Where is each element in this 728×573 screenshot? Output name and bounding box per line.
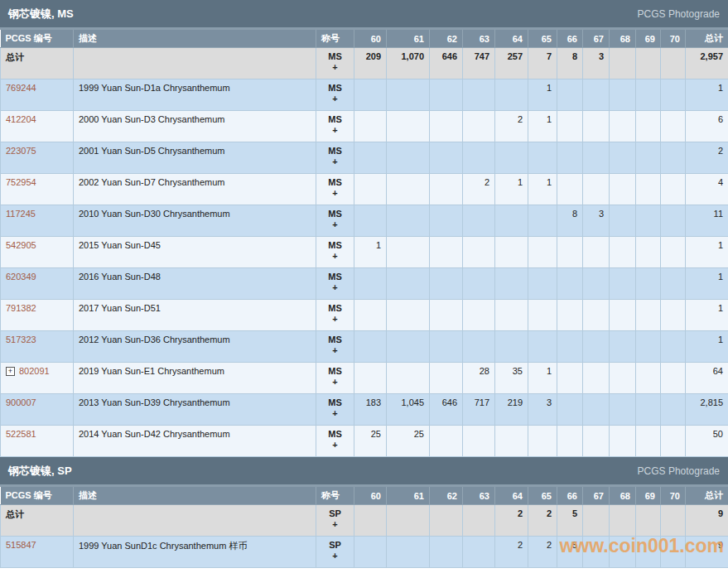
col-header-67: 67	[583, 487, 610, 505]
grade-cell-65: 2	[528, 537, 557, 568]
pcgs-number-link[interactable]: 412204	[6, 114, 36, 124]
pcgs-number-cell: 117245	[1, 205, 74, 237]
grade-cell-70	[661, 111, 686, 142]
coin-description: 2015 Yuan Sun-D45	[74, 237, 316, 268]
grade-cell-60: 183	[354, 394, 387, 426]
col-header-68: 68	[610, 487, 636, 505]
grade-cell-64	[495, 331, 528, 363]
pcgs-number-link[interactable]: 900007	[6, 397, 36, 407]
totals-grade-60: 209	[354, 48, 387, 79]
section-title: 钢芯镀镍, MS	[8, 7, 74, 22]
photograde-link[interactable]: PCGS Photograde	[638, 8, 720, 20]
totals-grade-68	[610, 48, 636, 79]
designation-cell: MS+	[316, 237, 354, 268]
pcgs-number-link[interactable]: 620349	[6, 272, 36, 282]
grade-cell-63	[463, 268, 495, 300]
grade-cell-61	[387, 142, 430, 174]
pcgs-number-link[interactable]: 223075	[6, 146, 36, 156]
totals-total: 9	[686, 505, 728, 537]
pcgs-number-link[interactable]: 522581	[6, 429, 36, 439]
grade-cell-67	[583, 142, 610, 174]
grade-cell-63	[463, 426, 495, 457]
table-row: 9000072013 Yuan Sun-D39 ChrysanthemumMS+…	[1, 394, 728, 426]
designation-text: MS	[321, 240, 349, 251]
grade-cell-62	[430, 426, 463, 457]
expand-icon[interactable]: +	[6, 367, 15, 376]
grade-cell-60	[354, 111, 387, 142]
pcgs-number-link[interactable]: 542905	[6, 240, 36, 250]
row-total: 2,815	[686, 394, 728, 426]
col-header-pcgs-no: PCGS 编号	[1, 487, 74, 505]
pcgs-number-link[interactable]: 769244	[6, 83, 36, 93]
pcgs-number-cell: 223075	[1, 142, 74, 174]
photograde-link[interactable]: PCGS Photograde	[638, 465, 720, 477]
grade-cell-68	[610, 268, 636, 300]
totals-description-cell	[74, 505, 316, 537]
totals-grade-66: 8	[557, 48, 583, 79]
designation-cell: MS+	[316, 142, 354, 174]
grade-cell-67	[583, 237, 610, 268]
grade-cell-60: 25	[354, 426, 387, 457]
totals-row: 总计SP+2259	[1, 505, 728, 537]
totals-grade-63: 747	[463, 48, 495, 79]
table-row: 1172452010 Yuan Sun-D30 ChrysanthemumMS+…	[1, 205, 728, 237]
grade-cell-70	[661, 205, 686, 237]
pcgs-number-link[interactable]: 752954	[6, 177, 36, 187]
designation-text: MS	[321, 272, 349, 282]
totals-grade-68	[610, 505, 636, 537]
pcgs-number-link[interactable]: 802091	[19, 366, 50, 376]
grade-cell-61	[387, 111, 430, 142]
col-header-designation: 称号	[316, 487, 354, 505]
grade-cell-66	[557, 237, 583, 268]
grade-cell-64	[495, 205, 528, 237]
totals-grade-65: 2	[528, 505, 557, 537]
grade-cell-68	[610, 394, 636, 426]
grade-cell-69	[636, 268, 661, 300]
grade-cell-60	[354, 331, 387, 363]
grade-cell-64	[495, 268, 528, 300]
grade-cell-60	[354, 174, 387, 205]
grade-cell-66	[557, 268, 583, 300]
grade-cell-66	[557, 174, 583, 205]
col-header-60: 60	[354, 487, 387, 505]
pcgs-number-link[interactable]: 517323	[6, 335, 36, 344]
coin-description: 1999 Yuan SunD1c Chrysanthemum 样币	[74, 537, 316, 568]
grade-cell-64: 2	[495, 111, 528, 142]
grade-cell-60: 1	[354, 237, 387, 268]
designation-cell: MS+	[316, 426, 354, 457]
table-row: 7692441999 Yuan Sun-D1a ChrysanthemumMS+…	[1, 79, 728, 111]
grade-cell-69	[636, 237, 661, 268]
grade-cell-63: 717	[463, 394, 495, 426]
pcgs-number-cell: 791382	[1, 300, 74, 331]
totals-total: 2,957	[686, 48, 728, 79]
grade-cell-67	[583, 79, 610, 111]
population-table-sp: PCGS 编号描述称号6061626364656667686970总计总计SP+…	[0, 487, 728, 568]
table-row: +8020912019 Yuan Sun-E1 ChrysanthemumMS+…	[1, 363, 728, 394]
grade-cell-70	[661, 426, 686, 457]
totals-grade-64: 257	[495, 48, 528, 79]
col-header-67: 67	[583, 30, 610, 48]
grade-cell-61	[387, 537, 430, 568]
designation-plus: +	[321, 94, 349, 104]
grade-cell-66	[557, 142, 583, 174]
grade-cell-63	[463, 331, 495, 363]
grade-cell-61: 25	[387, 426, 430, 457]
pcgs-number-cell: 769244	[1, 79, 74, 111]
table-row: 5158471999 Yuan SunD1c Chrysanthemum 样币S…	[1, 537, 728, 568]
designation-text: MS	[321, 177, 349, 188]
col-header-description: 描述	[74, 30, 316, 48]
pcgs-number-link[interactable]: 791382	[6, 303, 36, 313]
designation-text: MS	[321, 146, 349, 156]
totals-row: 总计MS+2091,0706467472577832,957	[1, 48, 728, 79]
grade-cell-69	[636, 174, 661, 205]
pcgs-number-cell: 752954	[1, 174, 74, 205]
col-header-description: 描述	[74, 487, 316, 505]
pcgs-number-link[interactable]: 117245	[6, 209, 36, 219]
table-row: 5225812014 Yuan Sun-D42 ChrysanthemumMS+…	[1, 426, 728, 457]
grade-cell-70	[661, 363, 686, 394]
col-header-62: 62	[430, 487, 463, 505]
grade-cell-67	[583, 300, 610, 331]
col-header-designation: 称号	[316, 30, 354, 48]
grade-cell-68	[610, 331, 636, 363]
pcgs-number-link[interactable]: 515847	[6, 540, 36, 550]
